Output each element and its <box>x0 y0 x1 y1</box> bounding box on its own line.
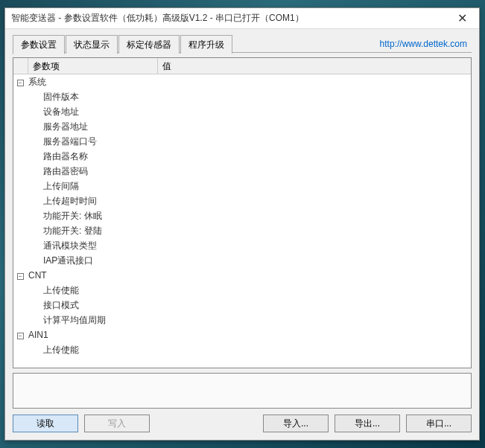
param-row[interactable]: 计算平均值周期 <box>13 313 471 327</box>
group-row[interactable]: −系统 <box>13 74 471 89</box>
client-area: 参数设置 状态显示 标定传感器 程序升级 http://www.dettek.c… <box>5 29 479 440</box>
param-label: 固件版本 <box>27 91 79 103</box>
group-label: 系统 <box>27 76 46 89</box>
tab-param-settings[interactable]: 参数设置 <box>13 35 65 54</box>
param-row[interactable]: 路由器密码 <box>13 164 471 179</box>
tab-firmware-upgrade[interactable]: 程序升级 <box>180 35 232 54</box>
param-label: 路由器密码 <box>27 165 88 178</box>
param-row[interactable]: 路由器名称 <box>13 149 471 164</box>
tab-status-display[interactable]: 状态显示 <box>66 35 118 54</box>
app-window: 智能变送器 - 参数设置软件（低功耗）高级版V1.2 - 串口已打开（COM1）… <box>4 7 480 441</box>
param-row[interactable]: 上传使能 <box>13 283 471 298</box>
group-label: AIN1 <box>27 330 48 340</box>
param-row[interactable]: 接口模式 <box>13 298 471 313</box>
window-title: 智能变送器 - 参数设置软件（低功耗）高级版V1.2 - 串口已打开（COM1） <box>11 12 451 25</box>
param-row[interactable]: 固件版本 <box>13 89 471 104</box>
param-label: 上传间隔 <box>27 180 79 193</box>
param-label: 上传使能 <box>27 344 79 356</box>
param-label: 服务器端口号 <box>27 135 97 148</box>
grid-header-value[interactable]: 值 <box>158 58 471 74</box>
param-row[interactable]: 服务器端口号 <box>13 134 471 149</box>
collapse-icon[interactable]: − <box>13 77 27 87</box>
param-label: 服务器地址 <box>27 121 88 133</box>
website-link[interactable]: http://www.dettek.com <box>380 39 472 49</box>
param-row[interactable]: 服务器地址 <box>13 119 471 134</box>
param-row[interactable]: 设备地址 <box>13 104 471 119</box>
titlebar: 智能变送器 - 参数设置软件（低功耗）高级版V1.2 - 串口已打开（COM1）… <box>5 8 479 29</box>
param-label: 计算平均值周期 <box>27 314 106 327</box>
param-row[interactable]: 通讯模块类型 <box>13 238 471 253</box>
param-label: 上传使能 <box>27 284 79 297</box>
import-button[interactable]: 导入... <box>263 415 329 432</box>
param-label: IAP通讯接口 <box>27 255 93 267</box>
collapse-icon[interactable]: − <box>13 271 27 281</box>
write-button[interactable]: 写入 <box>84 415 150 432</box>
serial-button[interactable]: 串口... <box>406 415 472 432</box>
param-label: 设备地址 <box>27 106 79 118</box>
param-label: 功能开关: 休眠 <box>27 210 102 223</box>
param-label: 通讯模块类型 <box>27 240 97 252</box>
param-label: 功能开关: 登陆 <box>27 225 102 237</box>
grid-header: 参数项 值 <box>13 58 471 74</box>
param-row[interactable]: 上传间隔 <box>13 179 471 193</box>
param-row[interactable]: 功能开关: 休眠 <box>13 208 471 223</box>
group-row[interactable]: −AIN1 <box>13 327 471 342</box>
button-row: 读取 写入 导入... 导出... 串口... <box>13 415 472 432</box>
grid-body[interactable]: −系统固件版本设备地址服务器地址服务器端口号路由器名称路由器密码上传间隔上传超时… <box>13 74 471 368</box>
collapse-icon[interactable]: − <box>13 330 27 340</box>
grid-header-name[interactable]: 参数项 <box>28 58 158 74</box>
export-button[interactable]: 导出... <box>335 415 400 432</box>
param-row[interactable]: 上传使能 <box>13 342 471 357</box>
param-row[interactable]: IAP通讯接口 <box>13 253 471 268</box>
tab-calibrate-sensor[interactable]: 标定传感器 <box>118 35 180 54</box>
read-button[interactable]: 读取 <box>13 415 78 432</box>
param-row[interactable]: 功能开关: 登陆 <box>13 223 471 238</box>
group-label: CNT <box>27 270 47 281</box>
close-icon[interactable]: ✕ <box>451 11 473 25</box>
param-grid: 参数项 值 −系统固件版本设备地址服务器地址服务器端口号路由器名称路由器密码上传… <box>13 57 472 368</box>
description-box <box>13 373 472 409</box>
tab-bar: 参数设置 状态显示 标定传感器 程序升级 http://www.dettek.c… <box>13 35 472 53</box>
param-label: 接口模式 <box>27 299 79 312</box>
group-row[interactable]: −CNT <box>13 268 471 283</box>
param-label: 路由器名称 <box>27 150 88 163</box>
param-label: 上传超时时间 <box>27 195 97 208</box>
param-row[interactable]: 上传超时时间 <box>13 193 471 208</box>
grid-header-toggle-col <box>13 58 28 74</box>
